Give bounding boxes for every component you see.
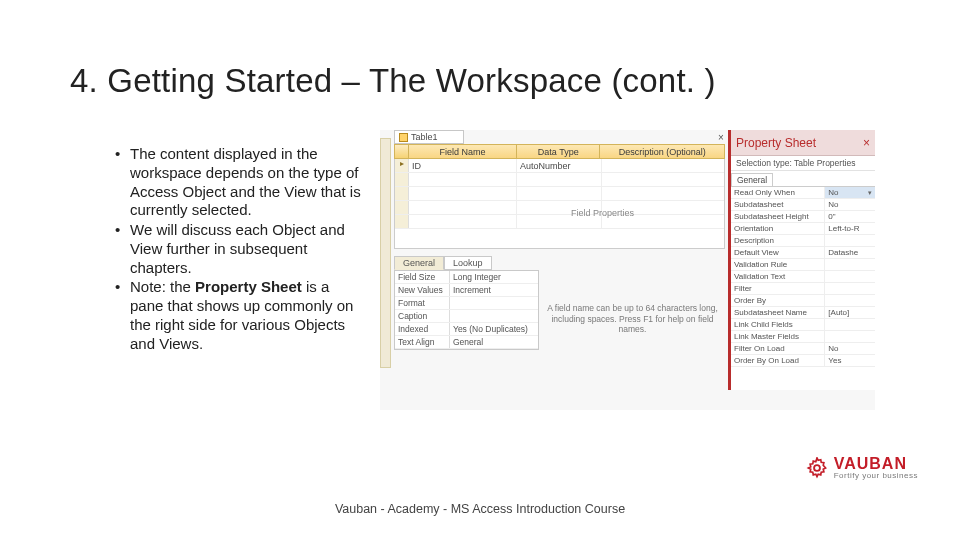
tab-lookup: Lookup (444, 256, 492, 270)
col-description: Description (Optional) (600, 145, 724, 158)
psheet-row: Filter (731, 283, 875, 295)
table-icon (399, 133, 408, 142)
slide-title: 4. Getting Started – The Workspace (cont… (70, 62, 716, 100)
property-sheet-pane: Property Sheet × Selection type: Table P… (728, 130, 875, 390)
brand-name: VAUBAN (834, 456, 918, 472)
workspace-screenshot: Table1 × Field Name Data Type Descriptio… (380, 130, 875, 410)
field-properties-grid: Field SizeLong IntegerNew ValuesIncremen… (394, 270, 539, 350)
psheet-row: Read Only When DisconnectedNo▾ (731, 187, 875, 199)
close-icon: × (718, 132, 724, 143)
property-sheet-title: Property Sheet (736, 136, 816, 150)
cell-field-name: ID (409, 159, 517, 172)
psheet-row: Description (731, 235, 875, 247)
vauban-logo: VAUBAN Fortify your business (806, 456, 918, 480)
field-prop-tabs: General Lookup (394, 256, 492, 270)
row-selector-icon: ▸ (395, 159, 409, 172)
field-prop-row: New ValuesIncrement (395, 284, 538, 297)
psheet-row: Filter On LoadNo (731, 343, 875, 355)
design-grid-body: ▸ ID AutoNumber (394, 159, 725, 249)
col-data-type: Data Type (517, 145, 600, 158)
slide-footer: Vauban - Academy - MS Access Introductio… (0, 502, 960, 516)
bullet-3-pre: Note: the (130, 278, 195, 295)
col-field-name: Field Name (409, 145, 517, 158)
cell-description (602, 159, 724, 172)
bullet-3-bold: Property Sheet (195, 278, 302, 295)
field-name-hint: A field name can be up to 64 characters … (540, 303, 725, 335)
psheet-row: Order By (731, 295, 875, 307)
psheet-row: Default ViewDatashe (731, 247, 875, 259)
design-grid-header: Field Name Data Type Description (Option… (394, 144, 725, 159)
nav-pane-bar (380, 138, 391, 368)
property-sheet-subtitle: Selection type: Table Properties (731, 156, 875, 171)
psheet-tab-general: General (731, 173, 773, 186)
psheet-row: Subdatasheet Height0" (731, 211, 875, 223)
psheet-row: Order By On LoadYes (731, 355, 875, 367)
bullet-2: We will discuss each Object and View fur… (115, 221, 363, 277)
psheet-row: Subdatasheet Name[Auto] (731, 307, 875, 319)
property-sheet-list: Read Only When DisconnectedNo▾Subdatashe… (731, 187, 875, 367)
psheet-row: Link Master Fields (731, 331, 875, 343)
cell-data-type: AutoNumber (517, 159, 602, 172)
bullet-list: The content displayed in the workspace d… (115, 145, 363, 354)
close-icon: × (863, 136, 870, 150)
field-prop-row: IndexedYes (No Duplicates) (395, 323, 538, 336)
psheet-row: Link Child Fields (731, 319, 875, 331)
psheet-row: Validation Rule (731, 259, 875, 271)
field-prop-row: Caption (395, 310, 538, 323)
bullet-1: The content displayed in the workspace d… (115, 145, 363, 220)
gear-icon (806, 457, 828, 479)
field-prop-row: Format (395, 297, 538, 310)
field-properties-label: Field Properties (490, 208, 715, 218)
tab-general: General (394, 256, 444, 270)
psheet-row: Subdatasheet ExpandedNo (731, 199, 875, 211)
svg-point-0 (814, 465, 820, 471)
brand-tagline: Fortify your business (834, 472, 918, 480)
field-prop-row: Field SizeLong Integer (395, 271, 538, 284)
tab-label: Table1 (411, 132, 438, 142)
bullet-3: Note: the Property Sheet is a pane that … (115, 278, 363, 353)
psheet-row: Validation Text (731, 271, 875, 283)
object-tab: Table1 (394, 130, 464, 144)
field-prop-row: Text AlignGeneral (395, 336, 538, 349)
psheet-row: OrientationLeft-to-R (731, 223, 875, 235)
